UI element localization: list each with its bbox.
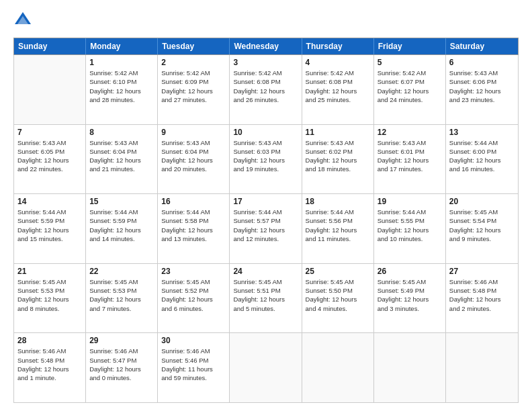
day-cell-28: 28Sunrise: 5:46 AM Sunset: 5:48 PM Dayli… [14,333,86,402]
day-number: 28 [17,336,82,345]
day-number: 14 [17,197,82,206]
day-cell-19: 19Sunrise: 5:44 AM Sunset: 5:55 PM Dayli… [374,194,446,263]
day-info: Sunrise: 5:43 AM Sunset: 6:05 PM Dayligh… [17,138,82,174]
day-info: Sunrise: 5:45 AM Sunset: 5:52 PM Dayligh… [161,277,226,313]
day-info: Sunrise: 5:44 AM Sunset: 5:56 PM Dayligh… [306,208,370,243]
day-number: 1 [89,58,154,67]
header-day-monday: Monday [86,38,158,54]
day-number: 18 [306,197,370,206]
day-info: Sunrise: 5:45 AM Sunset: 5:53 PM Dayligh… [17,277,82,313]
empty-cell [374,333,446,402]
day-info: Sunrise: 5:42 AM Sunset: 6:08 PM Dayligh… [233,68,298,104]
day-cell-4: 4Sunrise: 5:42 AM Sunset: 6:08 PM Daylig… [302,55,374,124]
day-cell-22: 22Sunrise: 5:45 AM Sunset: 5:53 PM Dayli… [86,264,158,333]
day-info: Sunrise: 5:45 AM Sunset: 5:49 PM Dayligh… [378,277,442,313]
day-info: Sunrise: 5:43 AM Sunset: 6:04 PM Dayligh… [89,138,154,174]
day-number: 26 [378,267,442,276]
day-number: 4 [306,58,370,67]
day-number: 3 [233,58,298,67]
header-day-saturday: Saturday [446,38,518,54]
day-cell-17: 17Sunrise: 5:44 AM Sunset: 5:57 PM Dayli… [230,194,302,263]
day-info: Sunrise: 5:42 AM Sunset: 6:10 PM Dayligh… [89,68,154,104]
day-number: 9 [161,128,226,137]
day-info: Sunrise: 5:43 AM Sunset: 6:03 PM Dayligh… [233,138,298,174]
day-cell-30: 30Sunrise: 5:46 AM Sunset: 5:46 PM Dayli… [158,333,230,402]
header-day-friday: Friday [374,38,446,54]
day-cell-10: 10Sunrise: 5:43 AM Sunset: 6:03 PM Dayli… [230,125,302,194]
day-info: Sunrise: 5:43 AM Sunset: 6:06 PM Dayligh… [449,68,515,104]
week-row-3: 14Sunrise: 5:44 AM Sunset: 5:59 PM Dayli… [14,194,518,264]
day-number: 15 [89,197,154,206]
day-info: Sunrise: 5:42 AM Sunset: 6:07 PM Dayligh… [378,68,442,104]
day-number: 13 [449,128,515,137]
day-cell-24: 24Sunrise: 5:45 AM Sunset: 5:51 PM Dayli… [230,264,302,333]
week-row-5: 28Sunrise: 5:46 AM Sunset: 5:48 PM Dayli… [14,333,518,402]
day-cell-11: 11Sunrise: 5:43 AM Sunset: 6:02 PM Dayli… [302,125,374,194]
day-cell-7: 7Sunrise: 5:43 AM Sunset: 6:05 PM Daylig… [14,125,86,194]
day-info: Sunrise: 5:44 AM Sunset: 5:59 PM Dayligh… [89,208,154,243]
day-info: Sunrise: 5:44 AM Sunset: 5:55 PM Dayligh… [378,208,442,243]
day-number: 8 [89,128,154,137]
day-info: Sunrise: 5:46 AM Sunset: 5:48 PM Dayligh… [449,277,515,313]
logo-icon [13,11,32,30]
day-cell-2: 2Sunrise: 5:42 AM Sunset: 6:09 PM Daylig… [158,55,230,124]
day-cell-8: 8Sunrise: 5:43 AM Sunset: 6:04 PM Daylig… [86,125,158,194]
day-cell-15: 15Sunrise: 5:44 AM Sunset: 5:59 PM Dayli… [86,194,158,263]
day-number: 12 [378,128,442,137]
empty-cell [446,333,518,402]
day-info: Sunrise: 5:46 AM Sunset: 5:46 PM Dayligh… [161,347,226,382]
day-number: 17 [233,197,298,206]
day-number: 2 [161,58,226,67]
calendar: SundayMondayTuesdayWednesdayThursdayFrid… [13,38,519,403]
day-info: Sunrise: 5:43 AM Sunset: 6:02 PM Dayligh… [306,138,370,174]
day-cell-23: 23Sunrise: 5:45 AM Sunset: 5:52 PM Dayli… [158,264,230,333]
day-cell-14: 14Sunrise: 5:44 AM Sunset: 5:59 PM Dayli… [14,194,86,263]
header-day-thursday: Thursday [302,38,374,54]
day-cell-27: 27Sunrise: 5:46 AM Sunset: 5:48 PM Dayli… [446,264,518,333]
day-info: Sunrise: 5:46 AM Sunset: 5:47 PM Dayligh… [89,347,154,382]
header-day-tuesday: Tuesday [158,38,230,54]
day-info: Sunrise: 5:44 AM Sunset: 5:59 PM Dayligh… [17,208,82,243]
day-number: 30 [161,336,226,345]
day-number: 11 [306,128,370,137]
day-cell-26: 26Sunrise: 5:45 AM Sunset: 5:49 PM Dayli… [374,264,446,333]
empty-cell [302,333,374,402]
day-info: Sunrise: 5:45 AM Sunset: 5:54 PM Dayligh… [449,208,515,243]
calendar-header: SundayMondayTuesdayWednesdayThursdayFrid… [13,38,519,55]
day-info: Sunrise: 5:42 AM Sunset: 6:09 PM Dayligh… [161,68,226,104]
day-info: Sunrise: 5:45 AM Sunset: 5:50 PM Dayligh… [306,277,370,313]
week-row-2: 7Sunrise: 5:43 AM Sunset: 6:05 PM Daylig… [14,125,518,195]
day-cell-20: 20Sunrise: 5:45 AM Sunset: 5:54 PM Dayli… [446,194,518,263]
day-info: Sunrise: 5:42 AM Sunset: 6:08 PM Dayligh… [306,68,370,104]
day-cell-1: 1Sunrise: 5:42 AM Sunset: 6:10 PM Daylig… [86,55,158,124]
calendar-body: 1Sunrise: 5:42 AM Sunset: 6:10 PM Daylig… [13,55,519,403]
day-info: Sunrise: 5:43 AM Sunset: 6:04 PM Dayligh… [161,138,226,174]
day-number: 16 [161,197,226,206]
day-number: 10 [233,128,298,137]
day-cell-9: 9Sunrise: 5:43 AM Sunset: 6:04 PM Daylig… [158,125,230,194]
day-cell-5: 5Sunrise: 5:42 AM Sunset: 6:07 PM Daylig… [374,55,446,124]
day-number: 5 [378,58,442,67]
day-cell-16: 16Sunrise: 5:44 AM Sunset: 5:58 PM Dayli… [158,194,230,263]
day-number: 24 [233,267,298,276]
day-number: 25 [306,267,370,276]
day-cell-29: 29Sunrise: 5:46 AM Sunset: 5:47 PM Dayli… [86,333,158,402]
day-number: 22 [89,267,154,276]
day-cell-25: 25Sunrise: 5:45 AM Sunset: 5:50 PM Dayli… [302,264,374,333]
week-row-4: 21Sunrise: 5:45 AM Sunset: 5:53 PM Dayli… [14,264,518,334]
day-info: Sunrise: 5:44 AM Sunset: 5:57 PM Dayligh… [233,208,298,243]
day-info: Sunrise: 5:44 AM Sunset: 6:00 PM Dayligh… [449,138,515,174]
day-info: Sunrise: 5:45 AM Sunset: 5:53 PM Dayligh… [89,277,154,313]
day-cell-21: 21Sunrise: 5:45 AM Sunset: 5:53 PM Dayli… [14,264,86,333]
day-cell-13: 13Sunrise: 5:44 AM Sunset: 6:00 PM Dayli… [446,125,518,194]
day-cell-6: 6Sunrise: 5:43 AM Sunset: 6:06 PM Daylig… [446,55,518,124]
logo [13,11,35,30]
empty-cell [230,333,302,402]
day-number: 27 [449,267,515,276]
day-cell-18: 18Sunrise: 5:44 AM Sunset: 5:56 PM Dayli… [302,194,374,263]
empty-cell [14,55,86,124]
day-number: 20 [449,197,515,206]
header-day-wednesday: Wednesday [230,38,302,54]
day-info: Sunrise: 5:44 AM Sunset: 5:58 PM Dayligh… [161,208,226,243]
week-row-1: 1Sunrise: 5:42 AM Sunset: 6:10 PM Daylig… [14,55,518,125]
